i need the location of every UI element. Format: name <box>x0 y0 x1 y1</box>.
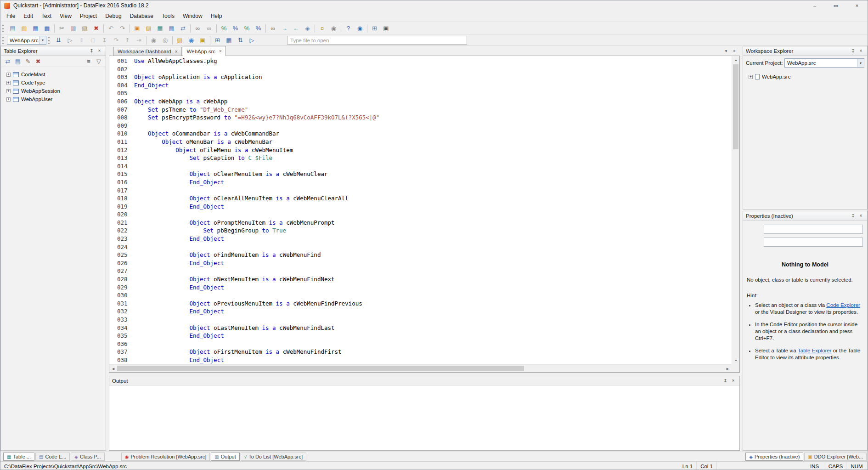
pause-button[interactable]: ‖ <box>76 35 87 45</box>
current-project-combobox[interactable]: WebApp.src ▾ <box>784 58 864 68</box>
web-server-admin-button[interactable]: ▣ <box>197 35 209 45</box>
hint-link[interactable]: Table Explorer <box>798 348 832 353</box>
pin-icon[interactable]: ↧ <box>850 213 857 218</box>
close-icon[interactable]: × <box>857 213 864 218</box>
step-over-button[interactable]: ↷ <box>110 35 122 45</box>
delete-button[interactable]: ✖ <box>90 23 102 34</box>
menu-item-view[interactable]: View <box>56 11 76 22</box>
refresh-tables-button[interactable]: ⇄ <box>3 57 13 66</box>
find-button[interactable]: ∞ <box>192 23 203 34</box>
open-file-button[interactable]: ▨ <box>18 23 30 34</box>
scroll-right-icon[interactable]: ▶ <box>724 365 732 373</box>
expand-icon[interactable]: + <box>6 81 11 85</box>
pin-icon[interactable]: ↧ <box>722 378 729 383</box>
chevron-down-icon[interactable]: ▾ <box>39 36 46 44</box>
toggle-breakpoint-button[interactable]: ◉ <box>148 35 159 45</box>
run-web-application-button[interactable]: ◉ <box>186 35 197 45</box>
horizontal-scrollbar[interactable]: ◀ ▶ <box>109 364 732 372</box>
synchronize-button[interactable]: ⇅ <box>235 35 246 45</box>
code-editor-surface[interactable]: 001Use AllWebAppClasses.pkg002003Object … <box>109 56 732 364</box>
find-next-button[interactable]: ∞ <box>203 23 215 34</box>
edit-table-button[interactable]: ✎ <box>23 57 33 66</box>
tree-item-webappuser[interactable]: +WebAppUser <box>2 95 105 103</box>
save-file-button[interactable]: ▦ <box>30 23 41 34</box>
sort-tables-button[interactable]: ≡ <box>84 57 94 66</box>
step-out-button[interactable]: ↥ <box>122 35 133 45</box>
new-workspace-button[interactable]: ▣ <box>131 23 143 34</box>
document-tab-workspace-dashboard[interactable]: Workspace Dashboard× <box>113 47 182 56</box>
undo-button[interactable]: ↶ <box>105 23 117 34</box>
redo-button[interactable]: ↷ <box>117 23 128 34</box>
close-icon[interactable]: × <box>730 378 737 383</box>
menu-item-help[interactable]: Help <box>207 11 226 22</box>
menu-item-text[interactable]: Text <box>37 11 56 22</box>
hint-link[interactable]: Code Explorer <box>826 302 860 308</box>
new-file-button[interactable]: ▤ <box>7 23 18 34</box>
expand-icon[interactable]: + <box>6 97 11 102</box>
menu-item-database[interactable]: Database <box>126 11 158 22</box>
toolbar-grip[interactable] <box>2 25 5 32</box>
horizontal-splitter[interactable] <box>109 373 740 376</box>
toolbar-grip[interactable] <box>48 37 51 44</box>
lock-button[interactable]: ◉ <box>328 23 339 34</box>
outdent-block-button[interactable]: % <box>253 23 264 34</box>
menu-item-tools[interactable]: Tools <box>158 11 179 22</box>
web-update-button[interactable]: ◉ <box>354 23 366 34</box>
navigate-back-button[interactable]: ← <box>290 23 302 34</box>
cut-button[interactable]: ✂ <box>56 23 68 34</box>
close-icon[interactable]: × <box>96 48 103 53</box>
table-viewer-button[interactable]: ▦ <box>154 23 166 34</box>
tree-item-webappsession[interactable]: +WebAppSession <box>2 87 105 95</box>
panel-tab-to-do-list-webapp-src[interactable]: √To Do List [WebApp.src] <box>241 453 306 461</box>
expand-icon[interactable]: + <box>6 73 11 77</box>
menu-item-project[interactable]: Project <box>76 11 101 22</box>
help-button[interactable]: ? <box>343 23 354 34</box>
code-sense-button[interactable]: ◈ <box>302 23 313 34</box>
new-table-button[interactable]: ▤ <box>13 57 23 66</box>
code-explorer-toggle-button[interactable]: ⊞ <box>369 23 380 34</box>
tree-item-codetype[interactable]: +CodeType <box>2 79 105 87</box>
copy-button[interactable]: ▥ <box>68 23 79 34</box>
preview-button[interactable]: ▷ <box>246 35 258 45</box>
new-web-view-button[interactable]: ⊞ <box>212 35 223 45</box>
scroll-left-icon[interactable]: ◀ <box>109 365 117 373</box>
scrollbar-thumb[interactable] <box>733 64 738 149</box>
toolbar-grip[interactable] <box>2 37 5 44</box>
panel-tab-ddo-explorer-web[interactable]: ▣DDO Explorer [Web... <box>804 453 867 461</box>
stop-debugging-button[interactable]: □ <box>87 35 99 45</box>
panel-tab-properties-inactive[interactable]: ◈Properties (Inactive) <box>745 453 803 461</box>
find-in-files-button[interactable]: ∞ <box>267 23 279 34</box>
scroll-down-icon[interactable]: ▼ <box>732 357 740 364</box>
tab-list-dropdown-icon[interactable]: ▾ <box>723 49 729 53</box>
panel-tab-table[interactable]: ▦Table ... <box>3 453 34 461</box>
document-tab-webapp-src[interactable]: WebApp.src× <box>183 46 226 56</box>
minimize-button[interactable]: – <box>804 0 825 11</box>
tab-close-icon[interactable]: × <box>219 49 222 54</box>
relationships-button[interactable]: ⇄ <box>177 23 189 34</box>
security-key-button[interactable]: ¤ <box>316 23 328 34</box>
object-selector-combobox[interactable] <box>764 225 863 234</box>
vertical-scrollbar[interactable]: ▲ ▼ <box>732 56 739 364</box>
open-workspace-button[interactable]: ▨ <box>143 23 154 34</box>
new-report-button[interactable]: ▦ <box>223 35 235 45</box>
scrollbar-thumb[interactable] <box>117 366 524 371</box>
scroll-up-icon[interactable]: ▲ <box>732 56 740 64</box>
panel-tab-output[interactable]: ▥Output <box>211 453 239 461</box>
expand-icon[interactable]: + <box>6 89 11 93</box>
pin-icon[interactable]: ↧ <box>88 48 95 53</box>
paste-button[interactable]: ▧ <box>79 23 90 34</box>
menu-item-edit[interactable]: Edit <box>19 11 37 22</box>
run-to-cursor-button[interactable]: ⇥ <box>133 35 145 45</box>
panel-tab-class-p[interactable]: ◈Class P... <box>71 453 104 461</box>
current-file-combobox[interactable]: WebApp.src ▾ <box>7 36 46 45</box>
chevron-down-icon[interactable]: ▾ <box>857 59 864 67</box>
pin-icon[interactable]: ↧ <box>850 48 857 53</box>
maximize-button[interactable]: ▭ <box>825 0 846 11</box>
save-all-button[interactable]: ▩ <box>41 23 53 34</box>
menu-item-debug[interactable]: Debug <box>101 11 125 22</box>
open-workspace-folder-button[interactable]: ▨ <box>174 35 186 45</box>
menu-item-window[interactable]: Window <box>179 11 207 22</box>
uncomment-block-button[interactable]: % <box>230 23 241 34</box>
close-button[interactable]: × <box>846 0 868 11</box>
step-into-button[interactable]: ↧ <box>99 35 110 45</box>
